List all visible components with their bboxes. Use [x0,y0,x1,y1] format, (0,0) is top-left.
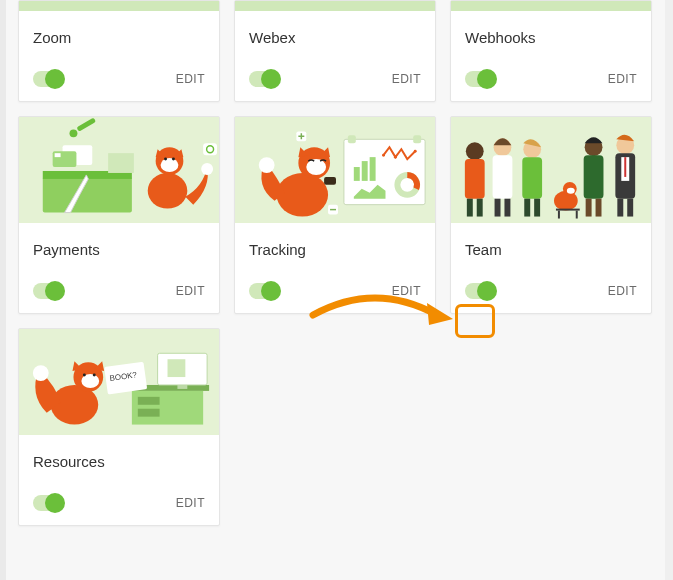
resources-edit-button[interactable]: EDIT [176,496,205,510]
tracking-edit-button[interactable]: EDIT [392,284,421,298]
svg-rect-41 [465,159,485,199]
svg-rect-50 [524,199,530,217]
card-team: Team EDIT [450,116,652,314]
svg-rect-59 [584,155,604,199]
svg-rect-70 [132,391,203,425]
svg-rect-23 [354,167,360,181]
svg-rect-46 [495,199,501,217]
svg-rect-56 [558,211,560,219]
svg-point-15 [172,158,175,161]
webhooks-edit-button[interactable]: EDIT [608,72,637,86]
integrations-grid: Zoom EDIT Webex EDIT Webhooks EDIT [0,0,673,544]
svg-point-27 [394,156,397,159]
card-zoom-illustration-strip [19,1,219,11]
svg-rect-66 [617,199,623,217]
tracking-illustration [235,117,435,223]
team-edit-button[interactable]: EDIT [608,284,637,298]
card-footer: EDIT [19,271,219,313]
svg-point-16 [201,163,213,175]
card-resources: BOOK? Resources EDIT [18,328,220,526]
svg-rect-71 [138,397,160,405]
card-footer: EDIT [451,59,651,101]
svg-rect-55 [556,209,580,211]
svg-rect-25 [370,157,376,181]
svg-rect-67 [627,199,633,217]
tracking-toggle[interactable] [249,283,279,299]
svg-point-13 [161,158,179,172]
scrollbar-left-edge [0,0,6,580]
zoom-edit-button[interactable]: EDIT [176,72,205,86]
webex-toggle[interactable] [249,71,279,87]
svg-rect-3 [43,177,132,213]
svg-rect-8 [55,153,61,157]
card-title: Webhooks [451,11,651,59]
svg-point-26 [382,154,385,157]
card-webhooks: Webhooks EDIT [450,0,652,102]
svg-point-28 [414,150,417,153]
svg-point-33 [259,157,275,173]
payments-toggle[interactable] [33,283,63,299]
svg-rect-38 [324,177,336,185]
svg-rect-61 [596,199,602,217]
team-toggle[interactable] [465,283,495,299]
svg-point-37 [306,159,326,175]
card-webhooks-illustration-strip [451,1,651,11]
svg-rect-5 [108,153,134,173]
svg-rect-24 [362,161,368,181]
svg-rect-47 [504,199,510,217]
svg-rect-43 [477,199,483,217]
svg-point-40 [466,142,484,160]
webhooks-toggle[interactable] [465,71,495,87]
svg-rect-75 [168,359,186,377]
card-payments: Payments EDIT [18,116,220,314]
svg-point-54 [567,188,575,194]
card-title: Zoom [19,11,219,59]
svg-point-83 [93,374,96,377]
svg-rect-22 [413,135,421,143]
card-webex-illustration-strip [235,1,435,11]
scrollbar-right[interactable] [665,0,673,580]
resources-illustration: BOOK? [19,329,219,435]
card-title: Webex [235,11,435,59]
card-tracking: Tracking EDIT [234,116,436,314]
resources-toggle[interactable] [33,495,63,511]
team-illustration [451,117,651,223]
webex-edit-button[interactable]: EDIT [392,72,421,86]
card-footer: EDIT [235,271,435,313]
svg-point-14 [164,158,167,161]
card-title: Payments [19,223,219,271]
svg-point-77 [33,365,49,381]
svg-point-32 [277,173,328,217]
svg-rect-74 [177,385,187,389]
card-footer: EDIT [235,59,435,101]
svg-rect-57 [576,211,578,219]
svg-rect-60 [586,199,592,217]
card-title: Tracking [235,223,435,271]
svg-rect-21 [348,135,356,143]
svg-point-2 [69,129,77,137]
card-footer: EDIT [19,483,219,525]
svg-point-9 [148,173,188,209]
payments-illustration [19,117,219,223]
svg-rect-45 [493,155,513,199]
card-title: Resources [19,435,219,483]
card-footer: EDIT [451,271,651,313]
svg-rect-49 [522,157,542,199]
svg-rect-65 [624,157,626,177]
card-footer: EDIT [19,59,219,101]
card-webex: Webex EDIT [234,0,436,102]
card-zoom: Zoom EDIT [18,0,220,102]
svg-rect-72 [138,409,160,417]
payments-edit-button[interactable]: EDIT [176,284,205,298]
svg-rect-42 [467,199,473,217]
zoom-toggle[interactable] [33,71,63,87]
card-title: Team [451,223,651,271]
svg-rect-51 [534,199,540,217]
svg-point-82 [83,374,86,377]
